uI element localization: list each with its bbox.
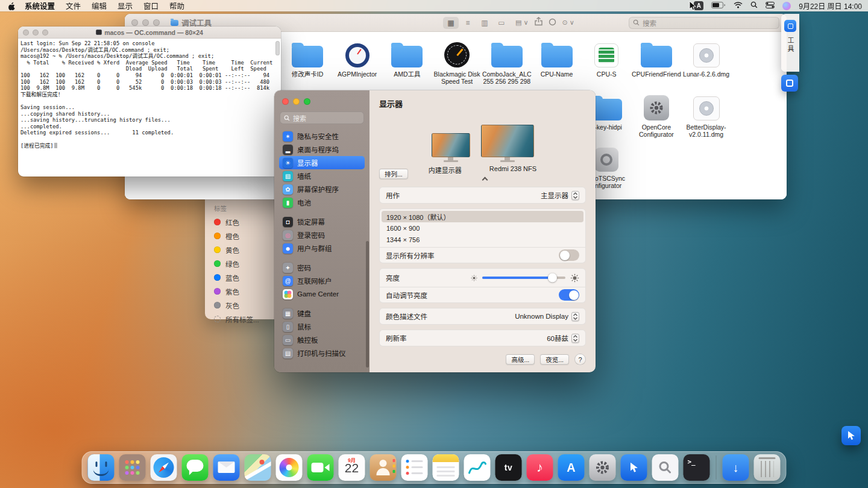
settings-traffic-lights[interactable]	[282, 98, 370, 105]
dock-system-settings[interactable]	[590, 454, 616, 481]
zoom-icon[interactable]	[304, 98, 310, 105]
sidebar-item-电池[interactable]: ▮电池	[279, 196, 365, 209]
sidebar-item-桌面与程序坞[interactable]: ▂桌面与程序坞	[279, 143, 365, 156]
terminal-title-bar[interactable]: macos — OC.command — 80×24	[18, 27, 281, 39]
column-view-button[interactable]: ▥	[477, 17, 492, 29]
menu-2[interactable]: 编辑	[86, 0, 112, 11]
file-item[interactable]: Blackmagic Disk Speed Test	[432, 43, 482, 85]
settings-sidebar-scrollbar[interactable]	[366, 241, 369, 368]
sidebar-tag-绿色[interactable]: 绿色	[205, 257, 281, 271]
slider-knob[interactable]	[548, 274, 557, 283]
dock-notes[interactable]	[433, 454, 459, 481]
minimize-icon[interactable]	[293, 98, 300, 105]
sidebar-tag-蓝色[interactable]: 蓝色	[205, 271, 281, 284]
floating-remote-widget[interactable]	[841, 426, 861, 445]
sidebar-item-锁定屏幕[interactable]: ◘锁定屏幕	[279, 215, 365, 228]
arrange-button[interactable]: 排列...	[379, 169, 408, 179]
edge-blue-badge[interactable]	[781, 75, 798, 92]
color-profile-dropdown[interactable]: Unknown Display	[515, 312, 579, 321]
sidebar-item-屏幕保护程序[interactable]: ✿屏幕保护程序	[279, 183, 365, 196]
sidebar-tag-红色[interactable]: 红色	[205, 215, 281, 229]
sidebar-item-登录密码[interactable]: ◎登录密码	[279, 228, 365, 242]
file-item[interactable]: AMD工具	[382, 43, 432, 78]
edge-app-icon[interactable]	[784, 20, 796, 32]
dock-apple-tv[interactable]: tv	[495, 454, 522, 481]
sidebar-item-打印机与扫描仪[interactable]: ▤打印机与扫描仪	[279, 346, 365, 360]
zoom-icon[interactable]	[42, 30, 48, 36]
external-display-preview[interactable]	[481, 125, 534, 157]
apple-menu-icon[interactable]	[6, 2, 19, 10]
help-button[interactable]: ?	[574, 354, 586, 365]
finder-traffic-lights[interactable]	[131, 19, 160, 26]
dock-safari[interactable]	[151, 454, 177, 481]
siri-icon[interactable]	[782, 2, 791, 10]
sidebar-tag-橙色[interactable]: 橙色	[205, 229, 281, 243]
dock-app-store[interactable]: A	[558, 454, 585, 481]
night-shift-button[interactable]: 夜览...	[540, 354, 569, 364]
sidebar-item-密码[interactable]: ✦密码	[279, 261, 365, 274]
dock-freeform[interactable]	[464, 454, 491, 481]
builtin-display-label[interactable]: 内建显示器	[429, 165, 462, 175]
group-by-button[interactable]: ▤ ∨	[515, 19, 529, 27]
menu-1[interactable]: 文件	[60, 0, 86, 11]
sidebar-item-隐私与安全性[interactable]: ✶隐私与安全性	[279, 130, 365, 143]
wifi-icon[interactable]	[734, 2, 743, 10]
dock-finder[interactable]	[88, 454, 115, 481]
finder-search-field[interactable]: 搜索	[629, 17, 779, 29]
icon-view-button[interactable]: ▦	[443, 17, 459, 29]
file-item[interactable]: CPU-Name	[532, 43, 582, 78]
file-item[interactable]: BetterDisplay- v2.0.11.dmg	[681, 96, 732, 138]
file-item[interactable]: Lunar-6.2.6.dmg	[681, 43, 732, 78]
terminal-traffic-lights[interactable]	[23, 30, 48, 36]
close-icon[interactable]	[23, 30, 29, 36]
close-icon[interactable]	[131, 19, 138, 26]
dock-music[interactable]: ♪	[527, 454, 553, 481]
sidebar-item-Game Center[interactable]: Game Center	[279, 287, 365, 301]
file-item[interactable]: 修改声卡ID	[282, 43, 333, 78]
file-item[interactable]: CPU-S	[581, 43, 632, 78]
dock-downloads[interactable]: ↓	[723, 454, 749, 481]
external-display-label[interactable]: Redmi 238 NFS	[489, 165, 536, 175]
settings-search-field[interactable]: 搜索	[280, 111, 364, 124]
zoom-icon[interactable]	[153, 19, 160, 26]
edge-tool-panel[interactable]: 工具	[781, 14, 799, 72]
auto-brightness-toggle[interactable]	[559, 289, 579, 301]
show-all-resolutions-toggle[interactable]	[559, 249, 579, 261]
resolution-option[interactable]: 1344 × 756	[382, 234, 583, 245]
display-thumb-builtin[interactable]	[432, 133, 470, 162]
menu-0[interactable]: 系统设置	[19, 0, 60, 11]
sidebar-item-鼠标[interactable]: ▯鼠标	[279, 320, 365, 333]
sidebar-tag-灰色[interactable]: 灰色	[205, 298, 281, 312]
dock-contacts[interactable]	[370, 454, 397, 481]
close-icon[interactable]	[282, 98, 289, 105]
sidebar-item-键盘[interactable]: ▦键盘	[279, 307, 365, 320]
sidebar-item-用户与群组[interactable]: ☻用户与群组	[279, 242, 365, 255]
dock-utility-app[interactable]	[652, 454, 679, 481]
file-item[interactable]: ComboJack_ALC 255 256 295 298	[482, 43, 532, 85]
dock-maps[interactable]	[245, 454, 271, 481]
list-view-button[interactable]: ≡	[460, 17, 476, 29]
dock-photos[interactable]	[276, 454, 303, 481]
builtin-display-preview[interactable]	[432, 133, 470, 157]
terminal-scrollbar[interactable]	[275, 41, 280, 55]
dock-reminders[interactable]	[401, 454, 428, 481]
menu-5[interactable]: 帮助	[164, 0, 190, 11]
file-item[interactable]: OpenCore Configurator	[631, 96, 682, 138]
dock-mail[interactable]	[213, 454, 240, 481]
dock-trash[interactable]	[754, 454, 781, 481]
sidebar-tag-黄色[interactable]: 黄色	[205, 243, 281, 257]
spotlight-search-icon[interactable]	[750, 1, 758, 10]
minimize-icon[interactable]	[142, 19, 149, 26]
dock-launchpad[interactable]	[119, 454, 146, 481]
minimize-icon[interactable]	[33, 30, 39, 36]
use-as-dropdown[interactable]: 主显示器	[541, 190, 579, 200]
dock-remote-app[interactable]	[621, 454, 647, 481]
dock-facetime[interactable]	[307, 454, 334, 481]
terminal-output[interactable]: Last login: Sun Sep 22 21:58:05 on conso…	[18, 39, 281, 151]
refresh-rate-dropdown[interactable]: 60赫兹	[547, 333, 579, 343]
dock-terminal[interactable]: >_	[684, 454, 710, 481]
resolution-option[interactable]: 1600 × 900	[382, 222, 583, 234]
resolution-option[interactable]: 1920 × 1080（默认）	[382, 211, 583, 222]
more-actions-button[interactable]: ⊙ ∨	[562, 19, 574, 27]
file-item[interactable]: CPUFriendFriend	[631, 43, 682, 78]
